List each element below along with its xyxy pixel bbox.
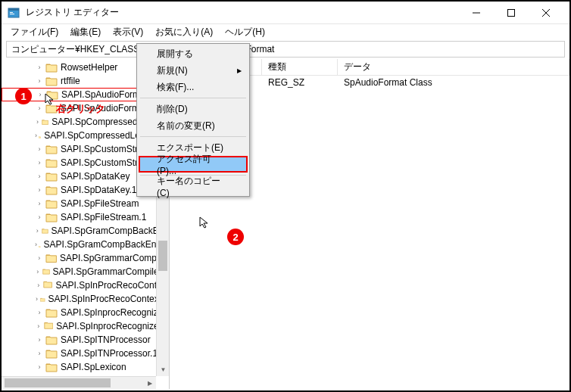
ctx-separator (140, 136, 246, 137)
tree-item[interactable]: ›SAPI.SpITNProcessor (2, 333, 169, 347)
annotation-badge-2: 2 (227, 229, 244, 245)
app-icon (8, 7, 20, 19)
chevron-right-icon[interactable]: › (35, 104, 44, 113)
menu-help[interactable]: ヘルプ(H) (219, 24, 271, 39)
chevron-right-icon[interactable]: › (35, 213, 44, 222)
scrollbar-thumb[interactable] (158, 241, 167, 271)
folder-icon (45, 334, 58, 345)
window-title: レジストリ エディター (26, 6, 459, 19)
tree-item[interactable]: ›SAPI.SpGrammarCompiler.1 (2, 265, 169, 278)
folder-icon (45, 76, 58, 86)
chevron-right-icon[interactable]: › (35, 281, 42, 290)
svg-rect-5 (508, 9, 515, 16)
folder-icon (45, 198, 58, 209)
context-menu: 展開する 新規(N) 検索(F)... 削除(D) 名前の変更(R) エクスポー… (136, 43, 250, 197)
scroll-down-icon[interactable]: ▼ (157, 363, 170, 376)
folder-icon (45, 307, 58, 318)
tree-item[interactable]: ›SAPI.SpGramCompBackEnd (2, 224, 169, 238)
chevron-right-icon[interactable]: › (35, 335, 44, 344)
ctx-expand[interactable]: 展開する (139, 45, 248, 62)
folder-icon (45, 185, 58, 195)
tree-scrollbar-horizontal[interactable]: ◀ ▶ (2, 376, 156, 389)
menu-favorites[interactable]: お気に入り(A) (149, 24, 219, 39)
tree-item-label: SAPI.SpInProcRecoContext (56, 280, 169, 291)
tree-item[interactable]: ›SAPI.SpGrammarCompiler (2, 251, 169, 265)
tree-item-label: SAPI.SpInprocRecognizer (61, 307, 166, 318)
menu-view[interactable]: 表示(V) (107, 24, 149, 39)
annotation-badge-1: 1 (15, 88, 32, 104)
chevron-right-icon[interactable]: › (35, 117, 40, 126)
ctx-new[interactable]: 新規(N) (139, 62, 248, 79)
minimize-button[interactable] (459, 2, 494, 24)
tree-item[interactable]: ›SAPI.SpInProcRecoContext (2, 278, 169, 292)
chevron-right-icon[interactable]: › (35, 63, 44, 72)
chevron-right-icon[interactable]: › (35, 185, 44, 194)
chevron-right-icon[interactable]: › (35, 308, 44, 317)
chevron-right-icon[interactable]: › (35, 240, 37, 249)
scrollbar-thumb[interactable] (5, 378, 111, 387)
tree-item-label: RowsetHelper (61, 62, 117, 73)
ctx-rename[interactable]: 名前の変更(R) (139, 117, 248, 134)
menu-edit[interactable]: 編集(E) (64, 24, 107, 39)
folder-icon (42, 266, 50, 277)
chevron-right-icon[interactable]: › (35, 322, 42, 331)
chevron-right-icon[interactable]: › (35, 172, 44, 181)
chevron-right-icon[interactable]: › (36, 90, 45, 99)
tree-item[interactable]: ›SAPI.SpLexicon (2, 360, 169, 374)
tree-item-label: SAPI.SpITNProcessor (61, 334, 151, 345)
folder-icon (45, 212, 58, 222)
tree-item[interactable]: ›SAPI.SpFileStream.1 (2, 210, 169, 224)
folder-icon (46, 89, 58, 100)
titlebar: レジストリ エディター (2, 2, 569, 24)
tree-item[interactable]: ›SAPI.SpGramCompBackEnd.1 (2, 238, 169, 251)
tree-item-label: SAPI.SpDataKey (61, 171, 129, 182)
ctx-permissions[interactable]: アクセス許可(P)... (139, 156, 248, 173)
menu-file[interactable]: ファイル(F) (5, 24, 64, 39)
address-bar[interactable]: コンピューター¥HKEY_CLASSES_ROOT¥SAPI.SpAudioFo… (6, 41, 565, 58)
tree-item[interactable]: ›SAPI.SpITNProcessor.1 (2, 347, 169, 360)
chevron-right-icon[interactable]: › (35, 199, 44, 208)
col-data[interactable]: データ (338, 59, 569, 75)
folder-icon (44, 321, 54, 331)
folder-icon (43, 280, 52, 291)
chevron-right-icon[interactable]: › (35, 267, 41, 276)
folder-icon (39, 130, 41, 141)
folder-icon (42, 226, 48, 236)
close-button[interactable] (529, 2, 563, 24)
maximize-button[interactable] (494, 2, 529, 24)
tree-item[interactable]: ›SAPI.SpInprocRecognizer.1 (2, 319, 169, 333)
folder-icon (40, 294, 45, 304)
chevron-right-icon[interactable]: › (35, 226, 40, 235)
chevron-right-icon[interactable]: › (35, 145, 44, 154)
ctx-find[interactable]: 検索(F)... (139, 79, 248, 95)
ctx-delete[interactable]: 削除(D) (139, 101, 248, 117)
tree-item-label: SAPI.SpInprocRecognizer.1 (56, 321, 169, 331)
chevron-right-icon[interactable]: › (35, 349, 44, 358)
chevron-right-icon[interactable]: › (35, 362, 44, 372)
tree-item[interactable]: ›SAPI.SpFileStream (2, 197, 169, 210)
tree-item-label: SAPI.SpInProcRecoContext.1 (48, 294, 169, 304)
chevron-right-icon[interactable]: › (35, 131, 37, 140)
tree-item-label: SAPI.SpGrammarCompiler.1 (53, 266, 169, 277)
folder-icon (45, 62, 58, 73)
chevron-right-icon[interactable]: › (35, 158, 44, 167)
tree-item-label: SAPI.SpFileStream.1 (61, 212, 146, 222)
tree-item-label: SAPI.SpLexicon (61, 362, 126, 372)
col-type[interactable]: 種類 (262, 59, 338, 75)
tree-item-label: SAPI.SpGrammarCompiler (60, 253, 169, 263)
ctx-copy-keyname[interactable]: キー名のコピー(C) (139, 178, 248, 194)
scroll-right-icon[interactable]: ▶ (143, 377, 156, 389)
chevron-right-icon[interactable]: › (35, 76, 44, 86)
annotation-right-click: 右クリック (56, 102, 105, 116)
folder-icon (45, 144, 58, 154)
svg-rect-3 (10, 14, 14, 14)
value-data: SpAudioFormat Class (338, 77, 569, 88)
svg-rect-2 (10, 12, 13, 13)
menubar: ファイル(F) 編集(E) 表示(V) お気に入り(A) ヘルプ(H) (2, 24, 569, 39)
chevron-right-icon[interactable]: › (35, 254, 44, 263)
tree-item-label: SAPI.SpFileStream (61, 198, 139, 209)
chevron-right-icon[interactable]: › (35, 294, 39, 303)
tree-item[interactable]: ›SAPI.SpInProcRecoContext.1 (2, 292, 169, 306)
folder-icon (45, 253, 57, 263)
tree-item[interactable]: ›SAPI.SpInprocRecognizer (2, 306, 169, 319)
